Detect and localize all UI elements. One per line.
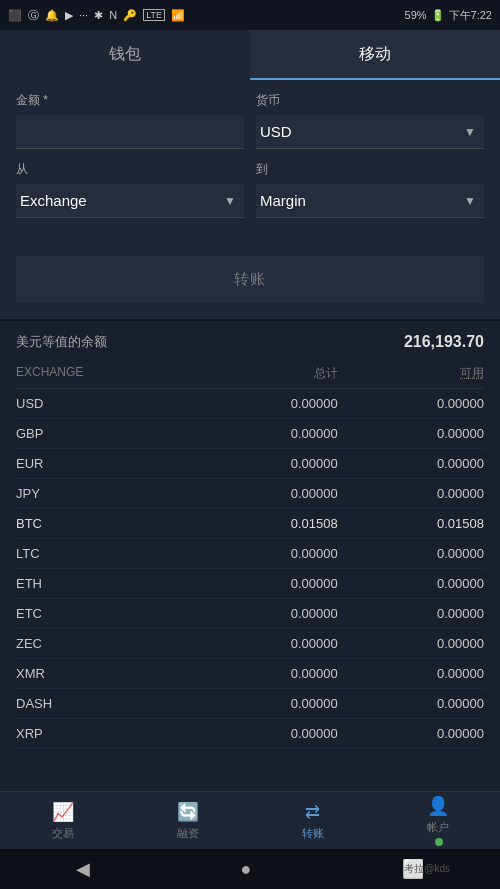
lte-icon: LTE xyxy=(143,9,165,21)
battery-icon: 🔋 xyxy=(431,9,445,22)
table-header: EXCHANGE 总计 可用 xyxy=(16,359,484,389)
bluetooth-icon: ✱ xyxy=(94,9,103,22)
table-row: XMR0.000000.00000 xyxy=(16,659,484,689)
tab-mobile[interactable]: 移动 xyxy=(250,30,500,80)
table-row: XRP0.000000.00000 xyxy=(16,719,484,749)
cell-currency-name: ETC xyxy=(16,606,192,621)
from-label: 从 xyxy=(16,161,244,178)
cell-total: 0.00000 xyxy=(192,666,338,681)
account-icon: 👤 xyxy=(427,795,449,817)
bottom-nav: 📈 交易 🔄 融资 ⇄ 转账 👤 帐户 xyxy=(0,791,500,849)
col-header-avail: 可用 xyxy=(338,365,484,382)
top-tabs: 钱包 移动 xyxy=(0,30,500,80)
cell-total: 0.01508 xyxy=(192,516,338,531)
tab-wallet[interactable]: 钱包 xyxy=(0,30,250,80)
home-button[interactable]: ● xyxy=(241,859,252,880)
table-rows: USD0.000000.00000GBP0.000000.00000EUR0.0… xyxy=(16,389,484,749)
nav-item-account[interactable]: 👤 帐户 xyxy=(375,792,500,849)
signal-bars: 📶 xyxy=(171,9,185,22)
cell-avail: 0.01508 xyxy=(338,516,484,531)
trade-icon: 📈 xyxy=(52,801,74,823)
to-label: 到 xyxy=(256,161,484,178)
table-row: EUR0.000000.00000 xyxy=(16,449,484,479)
cell-currency-name: ZEC xyxy=(16,636,192,651)
table-row: ZEC0.000000.00000 xyxy=(16,629,484,659)
time-display: 下午7:22 xyxy=(449,8,492,23)
nav-label-account: 帐户 xyxy=(427,820,449,835)
to-select-wrapper: Margin Exchange Funding ▼ xyxy=(256,184,484,218)
cell-total: 0.00000 xyxy=(192,576,338,591)
battery-text: 59% xyxy=(405,9,427,21)
amount-group: 金额 * xyxy=(16,92,244,149)
cell-total: 0.00000 xyxy=(192,696,338,711)
section-label: EXCHANGE xyxy=(16,365,192,382)
app-icon-2: Ⓖ xyxy=(28,8,39,23)
nfc-icon: N xyxy=(109,9,117,21)
balance-section: 美元等值的余额 216,193.70 xyxy=(0,321,500,359)
from-select[interactable]: Exchange Margin Funding xyxy=(16,184,244,217)
from-group: 从 Exchange Margin Funding ▼ xyxy=(16,161,244,218)
table-row: LTC0.000000.00000 xyxy=(16,539,484,569)
key-icon: 🔑 xyxy=(123,9,137,22)
cell-total: 0.00000 xyxy=(192,426,338,441)
cell-avail: 0.00000 xyxy=(338,426,484,441)
cell-currency-name: DASH xyxy=(16,696,192,711)
nav-item-trade[interactable]: 📈 交易 xyxy=(0,792,125,849)
table-row: GBP0.000000.00000 xyxy=(16,419,484,449)
from-select-wrapper: Exchange Margin Funding ▼ xyxy=(16,184,244,218)
form-row-from-to: 从 Exchange Margin Funding ▼ 到 Margin Exc… xyxy=(16,161,484,218)
cell-currency-name: LTC xyxy=(16,546,192,561)
nav-item-transfer[interactable]: ⇄ 转账 xyxy=(250,792,375,849)
status-right-info: 59% 🔋 下午7:22 xyxy=(405,8,492,23)
cell-avail: 0.00000 xyxy=(338,666,484,681)
cell-avail: 0.00000 xyxy=(338,486,484,501)
table-row: JPY0.000000.00000 xyxy=(16,479,484,509)
status-left-icons: ⬛ Ⓖ 🔔 ▶ ··· ✱ N 🔑 LTE 📶 xyxy=(8,8,185,23)
currency-group: 货币 USD EUR GBP BTC ▼ xyxy=(256,92,484,149)
online-dot xyxy=(435,838,443,846)
cell-total: 0.00000 xyxy=(192,546,338,561)
balance-label: 美元等值的余额 xyxy=(16,333,107,351)
transfer-button[interactable]: 转账 xyxy=(16,256,484,303)
cell-currency-name: GBP xyxy=(16,426,192,441)
cell-avail: 0.00000 xyxy=(338,456,484,471)
table-row: USD0.000000.00000 xyxy=(16,389,484,419)
cell-currency-name: USD xyxy=(16,396,192,411)
cell-avail: 0.00000 xyxy=(338,726,484,741)
nav-item-funding[interactable]: 🔄 融资 xyxy=(125,792,250,849)
cell-total: 0.00000 xyxy=(192,606,338,621)
cell-avail: 0.00000 xyxy=(338,606,484,621)
cell-total: 0.00000 xyxy=(192,726,338,741)
table-row: ETH0.000000.00000 xyxy=(16,569,484,599)
form-row-amount-currency: 金额 * 货币 USD EUR GBP BTC ▼ xyxy=(16,92,484,149)
cell-total: 0.00000 xyxy=(192,456,338,471)
col-header-total: 总计 xyxy=(192,365,338,382)
watermark-text: 考拉@kds xyxy=(404,862,450,876)
amount-input[interactable] xyxy=(16,115,244,149)
table-row: DASH0.000000.00000 xyxy=(16,689,484,719)
cell-total: 0.00000 xyxy=(192,636,338,651)
back-button[interactable]: ◀ xyxy=(76,858,90,880)
nav-label-transfer: 转账 xyxy=(302,826,324,841)
cell-avail: 0.00000 xyxy=(338,396,484,411)
to-select[interactable]: Margin Exchange Funding xyxy=(256,184,484,217)
currency-select-wrapper: USD EUR GBP BTC ▼ xyxy=(256,115,484,149)
notification-icon: 🔔 xyxy=(45,9,59,22)
funding-icon: 🔄 xyxy=(177,801,199,823)
form-section: 金额 * 货币 USD EUR GBP BTC ▼ 从 Exchange xyxy=(0,80,500,246)
nav-label-funding: 融资 xyxy=(177,826,199,841)
exchange-table: EXCHANGE 总计 可用 USD0.000000.00000GBP0.000… xyxy=(0,359,500,749)
cell-currency-name: XMR xyxy=(16,666,192,681)
cell-avail: 0.00000 xyxy=(338,636,484,651)
cell-currency-name: EUR xyxy=(16,456,192,471)
cell-avail: 0.00000 xyxy=(338,576,484,591)
dots-icon: ··· xyxy=(79,9,88,21)
cell-avail: 0.00000 xyxy=(338,546,484,561)
currency-select[interactable]: USD EUR GBP BTC xyxy=(256,115,484,148)
cell-total: 0.00000 xyxy=(192,396,338,411)
amount-label: 金额 * xyxy=(16,92,244,109)
cell-currency-name: JPY xyxy=(16,486,192,501)
to-group: 到 Margin Exchange Funding ▼ xyxy=(256,161,484,218)
cell-currency-name: BTC xyxy=(16,516,192,531)
play-icon: ▶ xyxy=(65,9,73,22)
